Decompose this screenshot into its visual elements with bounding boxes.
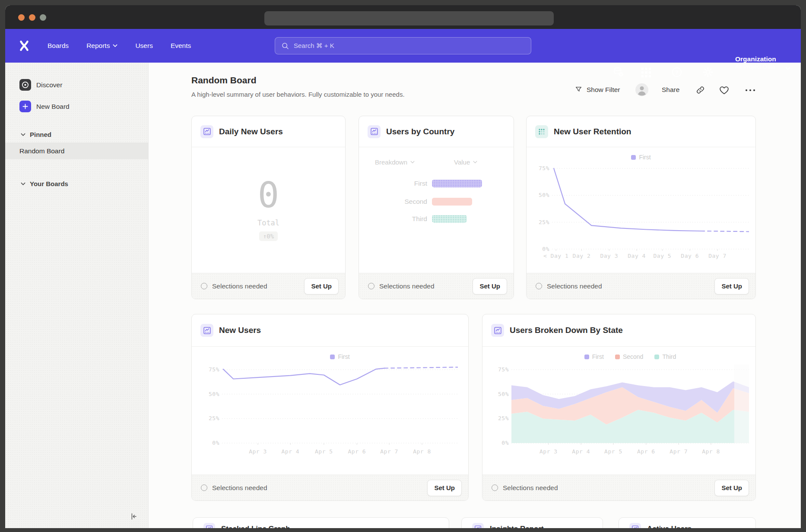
- x-axis-label: Apr 8: [413, 448, 431, 455]
- page-subtitle: A high-level summary of user behaviors. …: [191, 91, 405, 98]
- card-footer: Selections needed Set Up: [192, 273, 345, 299]
- sidebar-item-discover[interactable]: Discover: [19, 79, 62, 91]
- card-stacked-line-graph: Stacked Line Graph: [193, 517, 449, 528]
- bar: [432, 180, 482, 187]
- status-text: Selections needed: [379, 282, 435, 290]
- filter-funnel-icon: [574, 86, 583, 94]
- bar-label: Third: [364, 215, 427, 223]
- setup-button[interactable]: Set Up: [714, 278, 749, 294]
- y-axis-label: 25%: [530, 219, 549, 225]
- legend-item: First: [584, 353, 604, 360]
- legend-swatch-icon: [584, 355, 589, 359]
- x-axis-label: Apr 3: [539, 448, 558, 455]
- sidebar-collapse-button[interactable]: [128, 510, 140, 522]
- bar-label: Second: [364, 198, 427, 206]
- sidebar-item-new-board[interactable]: New Board: [19, 101, 70, 112]
- nav-item-events[interactable]: Events: [171, 42, 191, 50]
- address-bar[interactable]: [264, 11, 554, 25]
- show-filter-button[interactable]: Show Filter: [574, 86, 620, 94]
- chart-canvas: [552, 163, 749, 251]
- line-series-forecast: [384, 367, 458, 368]
- sidebar-item-label: Discover: [36, 81, 62, 89]
- sidebar-item-random-board[interactable]: Random Board: [5, 142, 148, 159]
- legend-swatch-icon: [330, 355, 335, 359]
- search-input[interactable]: Search ⌘ + K: [275, 37, 531, 54]
- legend-label: First: [338, 353, 349, 360]
- x-axis-label: Day 3: [600, 253, 618, 259]
- y-axis-label: 25%: [490, 415, 509, 421]
- avatar[interactable]: [635, 83, 648, 96]
- more-options-icon[interactable]: [745, 88, 756, 92]
- setup-button[interactable]: Set Up: [714, 480, 749, 496]
- x-axis-label: Day 4: [628, 253, 646, 259]
- legend-label: Third: [662, 353, 676, 360]
- new-users-chart: 75%50%25%0%Apr 3Apr 4Apr 5Apr 6Apr 7Apr …: [200, 364, 458, 462]
- traffic-light-maximize-icon[interactable]: [40, 14, 46, 21]
- y-axis-label: 75%: [200, 366, 219, 373]
- traffic-light-minimize-icon[interactable]: [29, 14, 35, 21]
- breakdown-dropdown[interactable]: Breakdown: [375, 158, 415, 166]
- bar: [432, 215, 467, 223]
- traffic-light-close-icon[interactable]: [18, 14, 25, 21]
- card-footer: Selections needed Set Up: [527, 273, 755, 299]
- card-title: New User Retention: [554, 127, 631, 136]
- status-text: Selections needed: [212, 282, 267, 290]
- y-axis-label: 0%: [200, 440, 219, 446]
- y-axis-label: 75%: [490, 366, 509, 373]
- gear-icon[interactable]: [702, 66, 714, 78]
- line-series: [554, 168, 701, 231]
- status-text: Selections needed: [212, 484, 267, 492]
- status-text: Selections needed: [547, 282, 602, 290]
- chart-canvas: [222, 364, 458, 445]
- line-chart-icon: [368, 125, 381, 138]
- copy-link-icon[interactable]: [695, 85, 705, 95]
- legend-label: Second: [623, 353, 643, 360]
- collapse-left-icon: [129, 512, 139, 521]
- legend-label: First: [639, 154, 651, 161]
- card-title: Stacked Line Graph: [221, 525, 290, 529]
- section-label: Your Boards: [30, 180, 68, 187]
- legend-swatch-icon: [654, 355, 659, 359]
- status-circle-icon: [201, 283, 207, 289]
- legend-label: First: [592, 353, 604, 360]
- forecast-overlay: [734, 364, 749, 443]
- line-series: [223, 368, 385, 385]
- help-icon[interactable]: ?: [671, 66, 683, 78]
- org-switcher[interactable]: Organization All Project Data: [735, 55, 776, 70]
- country-bar-row: Second: [364, 198, 472, 206]
- nav-item-users[interactable]: Users: [135, 42, 152, 50]
- plus-icon: [19, 101, 31, 112]
- card-title: Active Users: [647, 525, 692, 529]
- x-axis-label: < Day 1: [543, 253, 568, 259]
- x-axis-label: Apr 8: [702, 448, 720, 455]
- setup-button[interactable]: Set Up: [304, 278, 339, 294]
- card-footer: Selections needed Set Up: [359, 273, 514, 299]
- apps-grid-icon[interactable]: [640, 66, 652, 79]
- x-axis-label: Apr 6: [348, 448, 366, 455]
- mixpanel-logo-icon[interactable]: [18, 40, 30, 52]
- share-button[interactable]: Share: [662, 86, 679, 94]
- favorite-heart-icon[interactable]: [719, 85, 730, 95]
- chart-canvas: [511, 364, 749, 445]
- country-bars: FirstSecondThird: [364, 177, 506, 233]
- x-axis-label: Apr 7: [670, 448, 688, 455]
- card-active-users: Active Users: [619, 517, 756, 528]
- chart-legend: FirstSecondThird: [511, 353, 749, 360]
- line-chart-icon: [200, 324, 213, 337]
- sidebar-section-your-boards[interactable]: Your Boards: [21, 180, 68, 187]
- x-axis-label: Day 6: [681, 253, 699, 259]
- nav-item-reports[interactable]: Reports: [86, 42, 117, 50]
- x-axis-label: Apr 4: [572, 448, 590, 455]
- retention-grid-icon: [535, 125, 548, 138]
- data-settings-icon[interactable]: [612, 66, 625, 78]
- legend-swatch-icon: [615, 355, 620, 359]
- setup-button[interactable]: Set Up: [473, 278, 507, 294]
- y-axis-label: 25%: [200, 415, 219, 421]
- nav-item-boards[interactable]: Boards: [48, 42, 69, 50]
- value-dropdown[interactable]: Value: [454, 158, 477, 166]
- sidebar-section-pinned[interactable]: Pinned: [21, 131, 51, 138]
- setup-button[interactable]: Set Up: [427, 480, 462, 496]
- status-text: Selections needed: [503, 484, 558, 492]
- x-axis-label: Apr 7: [380, 448, 398, 455]
- bar-label: First: [364, 180, 427, 187]
